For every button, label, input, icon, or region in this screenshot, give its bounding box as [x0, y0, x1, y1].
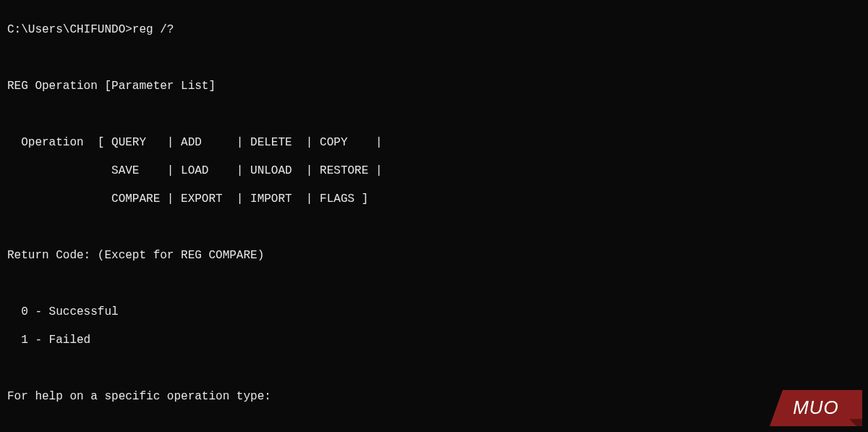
prompt: C:\Users\CHIFUNDO>: [7, 23, 132, 36]
operation-row-1: Operation [ QUERY | ADD | DELETE | COPY …: [7, 136, 861, 151]
command-input[interactable]: reg /?: [132, 23, 174, 36]
operation-row-3: COMPARE | EXPORT | IMPORT | FLAGS ]: [7, 192, 861, 207]
blank-line: [7, 51, 861, 66]
muo-watermark: MUO: [770, 390, 862, 426]
usage-line: REG Operation [Parameter List]: [7, 80, 861, 94]
return-code-header: Return Code: (Except for REG COMPARE): [7, 249, 861, 263]
return-code-1: 1 - Failed: [7, 334, 861, 348]
blank-line: [7, 362, 861, 376]
blank-line: [7, 277, 861, 292]
blank-line: [7, 221, 861, 235]
terminal-output: C:\Users\CHIFUNDO>reg /? REG Operation […: [0, 0, 868, 432]
help-header: For help on a specific operation type:: [7, 390, 861, 405]
prompt-line: C:\Users\CHIFUNDO>reg /?: [7, 23, 861, 38]
operation-row-2: SAVE | LOAD | UNLOAD | RESTORE |: [7, 164, 861, 179]
blank-line: [7, 108, 861, 122]
blank-line: [7, 418, 861, 433]
watermark-text: MUO: [793, 397, 839, 418]
return-code-0: 0 - Successful: [7, 305, 861, 320]
